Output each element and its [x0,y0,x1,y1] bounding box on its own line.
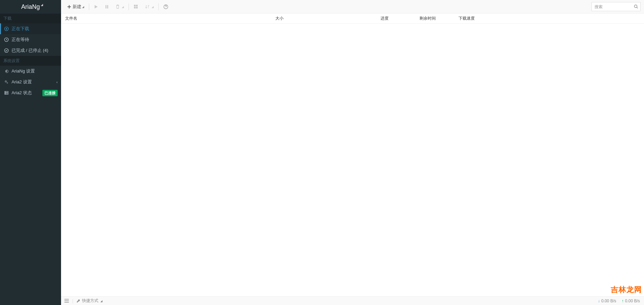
arrow-down-icon: ↓ [598,299,600,303]
svg-rect-12 [136,5,138,6]
svg-point-4 [7,82,8,83]
separator [89,3,89,10]
sidebar-item-label: 正在等待 [12,37,58,43]
logo-caret-icon: ◢ [41,0,43,12]
gear-icon [3,69,9,74]
grid-icon [134,4,138,9]
caret-icon: ◢ [100,300,102,303]
watermark: 吉林龙网 [611,285,642,295]
separator: | [72,299,73,303]
column-header-size[interactable]: 大小 [275,16,380,21]
new-button-label: 新建 [73,4,81,10]
separator [158,3,159,10]
upload-speed[interactable]: ↑ 0.00 B/s [622,299,640,303]
server-icon [3,90,9,95]
chevron-left-icon: ‹ [56,80,58,84]
sidebar-item-label: Aria2 状态 [12,90,42,96]
caret-icon: ◢ [122,5,124,8]
caret-icon: ◢ [82,5,84,8]
help-icon [163,4,168,9]
plus-icon [67,5,71,9]
svg-rect-9 [105,5,106,8]
sidebar-item-stopped[interactable]: 已完成 / 已停止 (4) [0,45,61,56]
column-header-speed[interactable]: 下载速度 [458,16,640,21]
sidebar-section-settings: 系统设置 [0,56,61,66]
svg-rect-13 [134,7,136,8]
shortcut-label: 快捷方式 [82,298,98,304]
caret-icon: ◢ [152,5,154,8]
pause-icon [105,5,109,9]
column-header-name[interactable]: 文件名 [65,16,275,21]
shortcut-button[interactable]: 快捷方式 ◢ [77,298,102,304]
select-all-button[interactable] [131,0,142,14]
new-button[interactable]: 新建 ◢ [64,0,87,14]
sidebar-item-label: 正在下载 [12,26,58,32]
sidebar-item-aria2-status[interactable]: Aria2 状态 已连接 [0,87,61,98]
sidebar-item-label: Aria2 设置 [12,79,56,85]
sidebar-item-aria2-settings[interactable]: Aria2 设置 ‹ [0,77,61,87]
sidebar: AriaNg ◢ 下载 正在下载 正在等待 已完成 / 已停止 (4) 系统设置… [0,0,61,305]
menu-icon[interactable] [64,299,69,303]
status-badge: 已连接 [42,90,58,96]
arrow-up-icon: ↑ [622,299,624,303]
sort-icon [145,4,150,9]
sort-button[interactable]: ◢ [142,0,156,14]
download-icon [3,26,9,31]
svg-rect-10 [107,5,108,8]
app-logo[interactable]: AriaNg ◢ [0,0,61,14]
sidebar-item-label: 已完成 / 已停止 (4) [12,47,58,54]
gears-icon [3,80,9,84]
table-header: 文件名 大小 进度 剩余时间 下载速度 [61,14,644,24]
toolbar: 新建 ◢ ◢ ◢ [61,0,644,14]
sidebar-item-waiting[interactable]: 正在等待 [0,34,61,45]
download-speed-value: 0.00 B/s [601,299,616,303]
app-title: AriaNg [21,3,40,10]
sidebar-section-download: 下载 [0,14,61,23]
wrench-icon [77,299,81,303]
help-button[interactable] [161,0,172,14]
trash-icon [116,4,120,9]
main-content: 文件名 大小 进度 剩余时间 下载速度 [61,14,644,296]
column-header-progress[interactable]: 进度 [380,16,419,21]
play-icon [94,5,98,9]
search-button[interactable] [632,2,640,11]
upload-speed-value: 0.00 B/s [625,299,640,303]
sidebar-item-downloading[interactable]: 正在下载 [0,23,61,34]
search-icon [634,4,638,9]
pause-button[interactable] [102,0,113,14]
svg-rect-11 [134,5,136,6]
svg-point-8 [5,94,6,94]
download-speed[interactable]: ↓ 0.00 B/s [598,299,616,303]
separator [129,3,129,10]
svg-point-7 [5,92,6,92]
svg-point-3 [5,81,7,82]
sidebar-item-label: AriaNg 设置 [12,68,58,74]
column-header-remaining[interactable]: 剩余时间 [419,16,458,21]
footer: | 快捷方式 ◢ ↓ 0.00 B/s ↑ 0.00 B/s [61,296,644,305]
svg-rect-14 [136,7,138,8]
svg-point-16 [635,5,637,8]
start-button[interactable] [91,0,102,14]
delete-button[interactable]: ◢ [113,0,126,14]
search-box [591,2,641,11]
check-circle-icon [3,48,9,53]
sidebar-item-ariang-settings[interactable]: AriaNg 设置 [0,66,61,77]
clock-icon [3,37,9,42]
